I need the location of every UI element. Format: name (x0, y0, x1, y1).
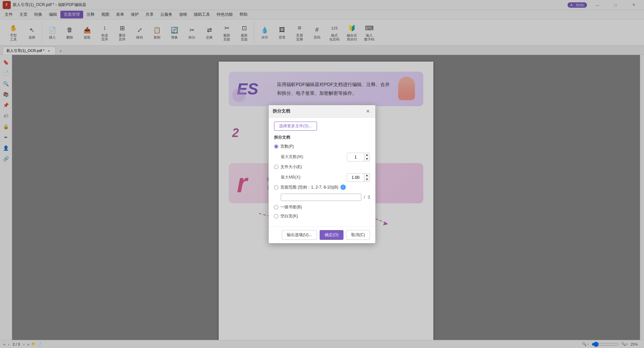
dialog-overlay: 拆分文档 ✕ 选择更多文件(S)... 拆分文档 页数(P) 最大页数(M): (0, 0, 644, 348)
max-mb-spin-buttons: ▲ ▼ (364, 173, 370, 182)
filesize-label[interactable]: 文件大小(E) (280, 164, 302, 170)
max-mb-spinner: ▲ ▼ (347, 173, 370, 182)
dialog-body: 选择更多文件(S)... 拆分文档 页数(P) 最大页数(M): ▲ ▼ (269, 118, 375, 226)
pagerange-radio-option: 页面范围 (范例：1, 2-7, 8-10)(B) i (274, 185, 370, 190)
dialog-title: 拆分文档 (273, 108, 290, 114)
max-pages-row: 最大页数(M): ▲ ▼ (281, 153, 370, 161)
max-mb-up[interactable]: ▲ (364, 173, 370, 178)
blankpage-radio-option: 空白页(K) (274, 213, 370, 219)
page-range-separator: / (364, 195, 365, 200)
split-dialog: 拆分文档 ✕ 选择更多文件(S)... 拆分文档 页数(P) 最大页数(M): (268, 105, 376, 243)
pages-radio-option: 页数(P) (274, 144, 370, 149)
pagerange-option-row: 页面范围 (范例：1, 2-7, 8-10)(B) i / 3 (274, 185, 370, 201)
max-pages-down[interactable]: ▼ (364, 157, 370, 161)
dialog-footer: 输出选项(U)... 确定(O) 取消(C) (269, 226, 375, 243)
filesize-radio[interactable] (274, 165, 278, 169)
dialog-section-title: 拆分文档 (274, 135, 370, 140)
select-files-button[interactable]: 选择更多文件(S)... (274, 122, 317, 131)
blankpage-radio[interactable] (274, 214, 278, 218)
max-mb-input[interactable] (347, 175, 364, 181)
bookmark-radio-option: 一级书签(B) (274, 204, 370, 210)
max-mb-down[interactable]: ▼ (364, 178, 370, 182)
max-mb-row: 最大MB(X): ▲ ▼ (281, 173, 370, 182)
pages-radio[interactable] (274, 144, 278, 149)
max-pages-spinner: ▲ ▼ (347, 153, 370, 161)
page-total: 3 (368, 195, 370, 200)
max-pages-spin-buttons: ▲ ▼ (364, 153, 370, 161)
filesize-option-row: 文件大小(E) 最大MB(X): ▲ ▼ (274, 164, 370, 182)
max-mb-label: 最大MB(X): (281, 175, 301, 180)
cancel-button[interactable]: 取消(C) (346, 230, 370, 240)
page-range-input[interactable] (281, 194, 361, 201)
bookmark-radio[interactable] (274, 205, 278, 209)
blankpage-label[interactable]: 空白页(K) (280, 213, 298, 219)
dialog-header: 拆分文档 ✕ (269, 105, 375, 118)
pagerange-info-icon[interactable]: i (340, 185, 346, 190)
max-pages-label: 最大页数(M): (281, 154, 304, 160)
confirm-button[interactable]: 确定(O) (320, 230, 343, 240)
filesize-radio-option: 文件大小(E) (274, 164, 370, 170)
pagerange-label[interactable]: 页面范围 (范例：1, 2-7, 8-10)(B) (280, 185, 338, 190)
dialog-close-button[interactable]: ✕ (365, 108, 371, 115)
pages-option-row: 页数(P) 最大页数(M): ▲ ▼ (274, 144, 370, 161)
page-range-row: / 3 (281, 194, 370, 201)
pagerange-radio[interactable] (274, 185, 278, 190)
output-options-button[interactable]: 输出选项(U)... (282, 230, 317, 240)
max-pages-up[interactable]: ▲ (364, 153, 370, 157)
pages-label[interactable]: 页数(P) (280, 144, 294, 149)
max-pages-input[interactable] (347, 154, 364, 160)
bookmark-label[interactable]: 一级书签(B) (280, 204, 302, 210)
